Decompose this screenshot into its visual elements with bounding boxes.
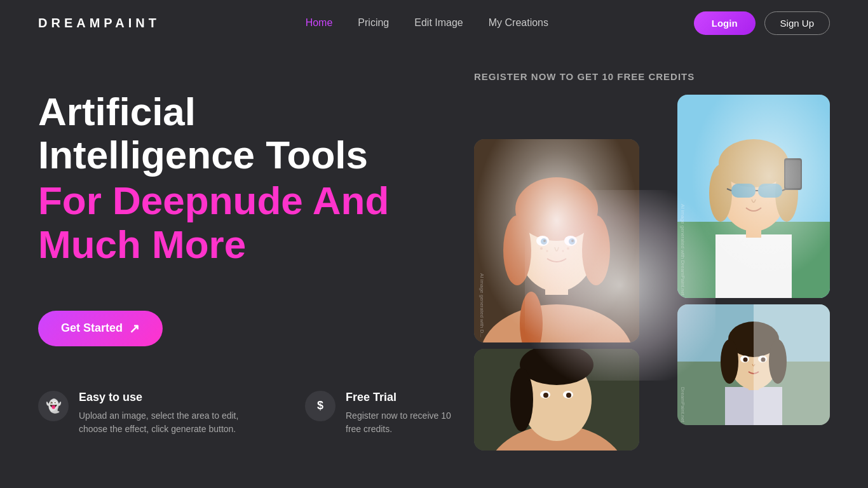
svg-point-5 <box>503 215 531 285</box>
watermark-top-right: AI image generated with DreamPaint.net <box>680 204 686 295</box>
feature-easy-desc: Upload an image, select the area to edit… <box>79 409 254 436</box>
navbar: DREAMPAINT Home Pricing Edit Image My Cr… <box>0 0 868 46</box>
signup-button[interactable]: Sign Up <box>764 11 830 35</box>
nav-link-edit-image[interactable]: Edit Image <box>414 17 463 28</box>
hero-left: Artificial Intelligence Tools For Deepnu… <box>38 71 461 488</box>
svg-point-16 <box>567 247 569 250</box>
nav-link-pricing[interactable]: Pricing <box>358 17 389 28</box>
image-card-center: AI image generated with D... <box>474 139 639 342</box>
hero-section: Artificial Intelligence Tools For Deepnu… <box>0 46 868 488</box>
svg-point-15 <box>546 250 548 252</box>
bottom-center-image-svg <box>474 349 639 451</box>
feature-easy-to-use: 👻 Easy to use Upload an image, select th… <box>38 391 254 436</box>
svg-rect-26 <box>731 184 756 198</box>
nav-link-my-creations[interactable]: My Creations <box>489 17 548 28</box>
center-image-svg <box>474 139 639 342</box>
hero-title-main: Artificial Intelligence Tools <box>38 90 461 177</box>
nav-item-home[interactable]: Home <box>306 17 333 29</box>
features-section: 👻 Easy to use Upload an image, select th… <box>38 391 461 436</box>
image-card-bottom <box>474 349 639 451</box>
feature-free-trial: $ Free Trial Register now to receive 10 … <box>305 391 461 436</box>
watermark-bottom-right: DreamPaint.net <box>680 387 686 423</box>
svg-rect-20 <box>715 234 792 298</box>
bottom-right-image-svg <box>677 304 830 425</box>
feature-trial-desc: Register now to receive 10 free credits. <box>346 409 461 436</box>
svg-point-50 <box>510 368 533 431</box>
logo: DREAMPAINT <box>38 16 160 30</box>
svg-rect-45 <box>754 304 830 425</box>
hero-right: REGISTER NOW TO GET 10 FREE CREDITS <box>461 71 830 488</box>
nav-auth: Login Sign Up <box>694 11 830 35</box>
watermark-center: AI image generated with D... <box>477 271 487 340</box>
ghost-icon: 👻 <box>38 391 69 421</box>
svg-point-54 <box>566 393 571 398</box>
hero-title-highlight: For Deepnude And Much More <box>38 179 461 266</box>
image-card-top-right: AI image generated with DreamPaint.net <box>677 95 830 298</box>
arrow-icon: ↗ <box>129 321 140 336</box>
svg-point-13 <box>571 240 574 242</box>
nav-item-pricing[interactable]: Pricing <box>358 17 389 29</box>
dollar-icon: $ <box>305 391 336 421</box>
svg-point-17 <box>562 250 564 252</box>
nav-links: Home Pricing Edit Image My Creations <box>306 17 548 29</box>
svg-rect-27 <box>758 184 782 198</box>
get-started-button[interactable]: Get Started ↗ <box>38 311 163 346</box>
svg-point-6 <box>582 215 610 285</box>
images-container: AI image generated with D... <box>461 95 830 451</box>
top-right-image-svg <box>677 95 830 298</box>
svg-point-14 <box>540 247 543 250</box>
svg-point-53 <box>543 393 548 398</box>
svg-rect-32 <box>785 160 801 188</box>
feature-trial-title: Free Trial <box>346 391 461 404</box>
image-card-bottom-right: DreamPaint.net <box>677 304 830 425</box>
svg-point-24 <box>709 165 732 222</box>
nav-link-home[interactable]: Home <box>306 17 333 28</box>
svg-point-43 <box>743 358 748 362</box>
nav-item-edit-image[interactable]: Edit Image <box>414 17 463 29</box>
svg-point-39 <box>721 339 738 384</box>
register-banner: REGISTER NOW TO GET 10 FREE CREDITS <box>474 71 830 82</box>
login-button[interactable]: Login <box>694 11 756 35</box>
feature-easy-title: Easy to use <box>79 391 254 404</box>
nav-item-my-creations[interactable]: My Creations <box>489 17 548 29</box>
svg-point-12 <box>543 240 546 242</box>
